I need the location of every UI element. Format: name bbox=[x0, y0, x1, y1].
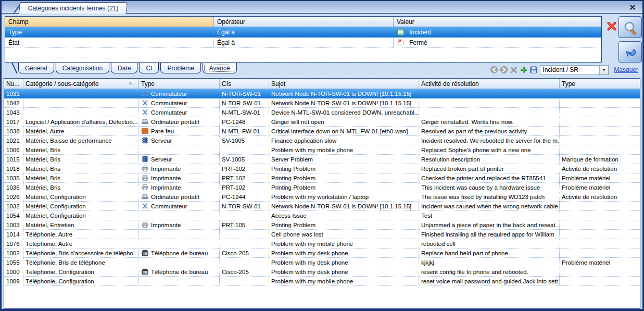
table-row[interactable]: 1054Matériel, ConfigurationAccess IssueT… bbox=[4, 211, 640, 220]
preset-dropdown-value: Incident / SR bbox=[542, 66, 578, 73]
delete-filter-row-button[interactable] bbox=[607, 21, 618, 32]
cell-type bbox=[139, 145, 220, 155]
table-row[interactable]: 1017Logiciel / Application d'affaires, D… bbox=[4, 117, 640, 127]
tab-label: CI bbox=[146, 65, 152, 72]
plus-icon[interactable] bbox=[519, 66, 528, 74]
cell-ci: N-TOR-SW-01 bbox=[220, 98, 269, 108]
view-tab[interactable]: Catégories incidents fermés (21) bbox=[18, 2, 128, 14]
chevron-down-icon[interactable] bbox=[599, 66, 608, 74]
filter-rows: TypeÉgal àIncidentÉtatÉgal àFermé bbox=[5, 27, 601, 48]
filter-column-header[interactable]: Champ bbox=[5, 17, 214, 27]
column-header-type[interactable]: Type bbox=[560, 79, 640, 89]
cell-type: Téléphone de bureau bbox=[139, 248, 220, 258]
cell-sujet: Network Node N-TOR-SW-01 is DOWN! [10.1.… bbox=[269, 98, 419, 108]
firewall-icon bbox=[141, 127, 149, 135]
table-row[interactable]: 1026Matériel, ConfigurationOrdinateur po… bbox=[4, 192, 640, 202]
run-search-button[interactable] bbox=[618, 16, 642, 38]
tab-avanc-[interactable]: Avancé bbox=[203, 63, 237, 73]
tab-date[interactable]: Date bbox=[111, 63, 137, 73]
close-icon[interactable] bbox=[628, 3, 637, 12]
column-header-label: Type bbox=[562, 80, 575, 88]
tab-ci[interactable]: CI bbox=[139, 63, 159, 73]
cell-numero: 1017 bbox=[4, 117, 23, 127]
table-row[interactable]: 1014Téléphonie, AutreCell phone was lost… bbox=[4, 230, 640, 239]
table-row[interactable]: 1032Matériel, ConfigurationCommutateurN-… bbox=[4, 202, 640, 211]
cell-activite: Ginger reinstalled. Works fine now. bbox=[419, 117, 560, 127]
cell-categorie: Téléphonie, Bris de téléphone bbox=[23, 258, 139, 267]
grey-x-icon[interactable] bbox=[509, 66, 518, 74]
tab-label: Catégorisation bbox=[62, 65, 103, 72]
server-icon bbox=[141, 136, 149, 144]
cell-categorie bbox=[23, 98, 139, 108]
printer-icon bbox=[141, 183, 149, 191]
table-row[interactable]: 1015Matériel, BrisServeurSV-1005Server P… bbox=[4, 155, 640, 164]
table-row[interactable]: 1003Matériel, EntretienImprimantePRT-105… bbox=[4, 220, 640, 230]
cell-categorie: Matériel, Autre bbox=[23, 127, 139, 136]
table-row[interactable]: 1009Téléphonie, ConfigurationProblem wit… bbox=[4, 277, 640, 286]
undo-filter-button[interactable] bbox=[618, 41, 642, 63]
save-icon[interactable] bbox=[529, 66, 538, 74]
table-row[interactable]: 1018Matériel, BrisImprimantePRT-102Print… bbox=[4, 164, 640, 173]
hide-filter-link[interactable]: Masquer bbox=[614, 66, 638, 73]
filter-condition-row[interactable]: ÉtatÉgal àFermé bbox=[5, 38, 601, 48]
tab-label: Avancé bbox=[209, 65, 230, 72]
filter-builder: ChampOpérateurValeur TypeÉgal àIncidentÉ… bbox=[5, 16, 602, 63]
column-header-cat-gorie-sous-cat-gorie[interactable]: Catégorie / sous-catégorie bbox=[23, 79, 139, 89]
filter-condition-row[interactable]: TypeÉgal àIncident bbox=[5, 27, 601, 38]
cell-type: Serveur bbox=[139, 155, 220, 164]
table-row[interactable]: 1043CommutateurN-MTL-SW-01Device N-MTL-S… bbox=[4, 108, 640, 117]
filter-column-header[interactable]: Opérateur bbox=[214, 17, 394, 27]
tab-g-n-ral[interactable]: Général bbox=[18, 63, 54, 73]
filter-header-row: ChampOpérateurValeur bbox=[5, 17, 601, 27]
column-header-cis[interactable]: CIs bbox=[220, 79, 269, 89]
filter-empty-row[interactable] bbox=[5, 48, 601, 58]
table-row[interactable]: 1021Matériel, Baisse de performanceServe… bbox=[4, 136, 640, 145]
table-row[interactable]: 1006Matériel, BrisProblem with my mobile… bbox=[4, 145, 640, 155]
cell-categorie bbox=[23, 108, 139, 117]
column-header-activit-de-r-solution[interactable]: Activité de résolution bbox=[419, 79, 560, 89]
laptop-icon bbox=[141, 193, 149, 201]
table-row[interactable]: 1042CommutateurN-TOR-SW-01Network Node N… bbox=[4, 98, 640, 108]
back-icon[interactable] bbox=[489, 66, 498, 74]
cell-type: Commutateur bbox=[139, 202, 220, 211]
cell-activite: kjkjkj bbox=[419, 258, 560, 267]
cell-sujet: Device N-MTL-SW-01 considered DOWN, unre… bbox=[269, 108, 419, 117]
cell-categorie: Matériel, Bris bbox=[23, 164, 139, 173]
tabs-slash bbox=[3, 63, 17, 73]
switch-icon bbox=[141, 202, 149, 210]
column-header-label: Sujet bbox=[271, 80, 285, 88]
cell-categorie: Téléphonie, Bris d'accessoire de télépho… bbox=[23, 248, 139, 258]
cell-activite: This incident was cause by a hardware is… bbox=[419, 183, 560, 192]
cell-categorie: Téléphonie, Autre bbox=[23, 230, 139, 239]
filter-cell: Égal à bbox=[214, 38, 394, 48]
cell-activite: Unjammed a piece of paper in the back an… bbox=[419, 220, 560, 230]
column-header-sujet[interactable]: Sujet bbox=[269, 79, 419, 89]
preset-dropdown[interactable]: Incident / SR bbox=[540, 65, 609, 75]
cell-categorie: Téléphonie, Configuration bbox=[23, 267, 139, 277]
column-header-label: Nu... bbox=[6, 80, 19, 88]
column-header-type[interactable]: Type bbox=[139, 79, 220, 89]
tab-cat-gorisation[interactable]: Catégorisation bbox=[56, 63, 109, 73]
table-row[interactable]: 1000Téléphonie, ConfigurationTéléphone d… bbox=[4, 267, 640, 277]
printer-icon bbox=[141, 165, 149, 172]
table-row[interactable]: 1038Matériel, AutrePare-feuN-MTL-FW-01Cr… bbox=[4, 127, 640, 136]
cell-type: Commutateur bbox=[139, 108, 220, 117]
cell-activite: Test bbox=[419, 211, 560, 220]
cell-ci: PRT-102 bbox=[220, 173, 269, 183]
forward-icon[interactable] bbox=[499, 66, 508, 74]
table-row[interactable]: 1031CommutateurN-TOR-SW-01Network Node N… bbox=[4, 89, 640, 98]
filter-column-header[interactable]: Valeur bbox=[394, 17, 601, 27]
cell-sujet: Network Node N-TOR-SW-01 is DOWN! [10.1.… bbox=[269, 89, 419, 98]
table-row[interactable]: 1036Matériel, BrisImprimantePRT-102Print… bbox=[4, 183, 640, 192]
tab-probl-me[interactable]: Problème bbox=[160, 63, 200, 73]
cell-activite: rebooted cell bbox=[419, 239, 560, 248]
cell-sujet: Problem with my mobile phone bbox=[269, 239, 419, 248]
table-row[interactable]: 1055Téléphonie, Bris de téléphoneProblem… bbox=[4, 258, 640, 267]
table-row[interactable]: 1035Matériel, BrisImprimantePRT-102Print… bbox=[4, 173, 640, 183]
incident-icon bbox=[397, 28, 405, 36]
table-row[interactable]: 1002Téléphonie, Bris d'accessoire de tél… bbox=[4, 248, 640, 258]
column-header-numero[interactable]: Nu... bbox=[4, 79, 23, 89]
table-row[interactable]: 1076Téléphonie, AutreProblem with my mob… bbox=[4, 239, 640, 248]
cell-type2 bbox=[560, 277, 640, 286]
cell-type2 bbox=[560, 230, 640, 239]
